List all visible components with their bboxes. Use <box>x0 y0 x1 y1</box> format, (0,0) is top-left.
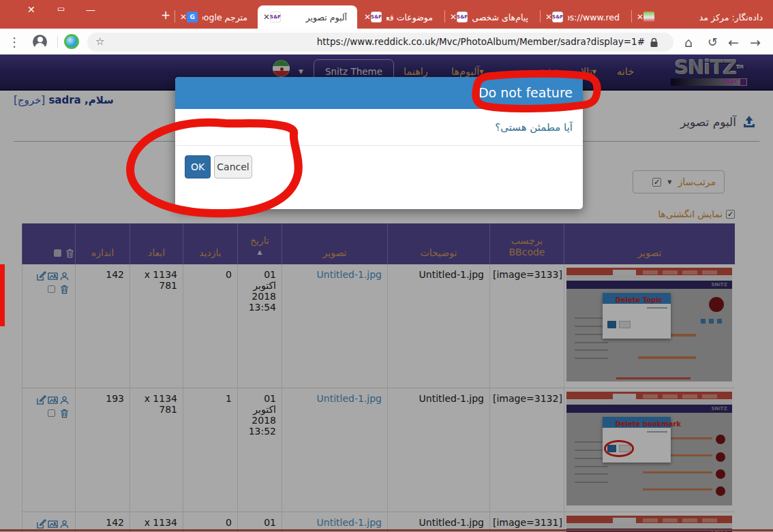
window-minimize-icon[interactable]: — <box>86 4 95 15</box>
tab-title: آلبوم تصویر <box>286 12 347 22</box>
dialog-title: Do not feature <box>479 85 573 100</box>
tab-close-icon[interactable]: ✕ <box>180 12 187 22</box>
browser-tab[interactable]: ✕موضوعات فعالS&F <box>359 5 443 29</box>
browser-tab[interactable]: ✕داده‌نگار: مرکز مد <box>631 5 773 29</box>
tab-title: داده‌نگار: مرکز مد <box>659 12 763 22</box>
back-icon[interactable]: ← <box>728 35 739 50</box>
tab-close-icon[interactable]: ✕ <box>545 12 552 22</box>
browser-tab[interactable]: ✕پیام‌های شخصیS&F <box>444 5 539 29</box>
dialog-question: آیا مطمئن هستی؟ <box>495 121 573 134</box>
tab-title: مترجم Google <box>202 12 247 22</box>
new-tab-button[interactable]: + <box>161 10 170 20</box>
lock-icon <box>650 37 658 48</box>
browser-tab[interactable]: ✕آلبوم تصویرS&F <box>258 5 357 29</box>
window-maximize-icon[interactable]: ▭ <box>57 4 65 14</box>
browser-tab[interactable]: ✕https://www.redS&F <box>540 5 630 29</box>
tab-title: پیام‌های شخصی <box>472 12 528 22</box>
menu-icon[interactable]: ⋮ <box>8 35 20 49</box>
snitz-favicon-icon: S&F <box>371 12 382 22</box>
tab-close-icon[interactable]: ✕ <box>364 12 371 22</box>
tab-title: https://www.red <box>568 12 620 22</box>
profile-avatar-icon[interactable] <box>33 35 47 49</box>
tab-close-icon[interactable]: ✕ <box>637 12 643 22</box>
browser-tab-bar: ✕ ▭ — + ✕مترجم GoogleG✕آلبوم تصویرS&F✕مو… <box>0 0 773 29</box>
tab-title: موضوعات فعال <box>386 12 433 22</box>
tab-close-icon[interactable]: ✕ <box>450 12 457 22</box>
snitz-favicon-icon: S&F <box>552 12 563 22</box>
cancel-button[interactable]: Cancel <box>214 155 252 178</box>
confirm-dialog: Do not feature آیا مطمئن هستی؟ OK Cancel <box>175 77 583 209</box>
dialog-header: Do not feature <box>175 77 583 109</box>
divider <box>540 10 541 22</box>
forward-icon[interactable]: → <box>750 35 761 50</box>
divider <box>631 10 632 22</box>
divider <box>175 10 175 22</box>
browser-address-bar: ⋮ ☆ https://www.reddick.co.uk/Mvc/PhotoA… <box>0 29 773 54</box>
browser-tab[interactable]: ✕مترجم GoogleG <box>175 5 258 29</box>
browser-window: ✕ ▭ — + ✕مترجم GoogleG✕آلبوم تصویرS&F✕مو… <box>0 0 773 532</box>
url-text[interactable]: https://www.reddick.co.uk/Mvc/PhotoAlbum… <box>317 36 645 47</box>
snitz-favicon-icon: S&F <box>270 12 281 22</box>
idm-extension-icon[interactable] <box>64 34 79 49</box>
ok-button[interactable]: OK <box>185 155 211 178</box>
url-field[interactable]: ☆ https://www.reddick.co.uk/Mvc/PhotoAlb… <box>87 33 673 52</box>
divider <box>175 145 583 146</box>
google-translate-favicon-icon: G <box>187 12 198 22</box>
divider <box>57 35 58 48</box>
home-icon[interactable]: ⌂ <box>684 35 693 50</box>
bookmark-star-icon[interactable]: ☆ <box>95 35 104 48</box>
snitz-favicon-icon: S&F <box>457 12 468 22</box>
window-close-icon[interactable]: ✕ <box>27 4 35 15</box>
tab-close-icon[interactable]: ✕ <box>263 12 270 22</box>
reload-icon[interactable]: ↻ <box>708 35 718 49</box>
divider <box>444 10 445 22</box>
datanegar-favicon-icon <box>643 12 654 22</box>
